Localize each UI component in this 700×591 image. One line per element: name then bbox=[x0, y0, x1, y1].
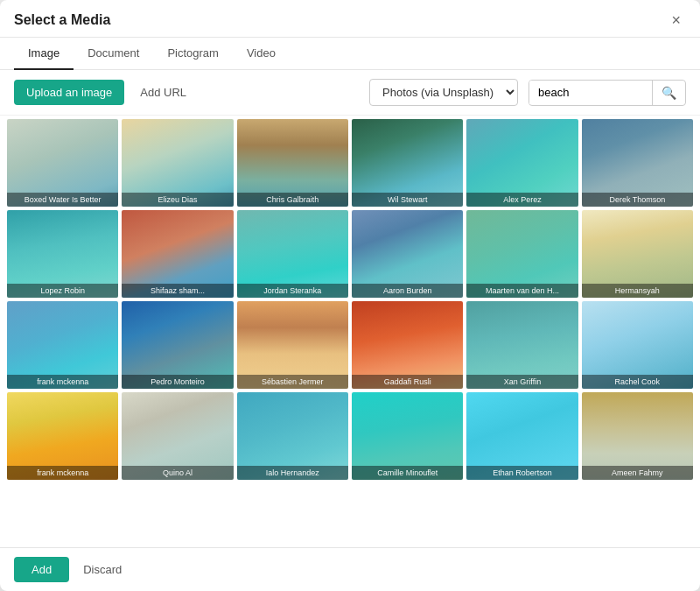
image-item[interactable]: Xan Griffin bbox=[466, 301, 578, 389]
image-item[interactable]: Alex Perez bbox=[466, 119, 578, 207]
tab-pictogram[interactable]: Pictogram bbox=[153, 38, 233, 70]
image-item[interactable]: Shifaaz sham... bbox=[122, 210, 233, 298]
image-item[interactable]: Quino Al bbox=[122, 392, 233, 480]
image-item[interactable]: Rachel Cook bbox=[582, 301, 693, 389]
image-item[interactable]: Derek Thomson bbox=[582, 119, 693, 207]
image-item[interactable]: Maarten van den H... bbox=[466, 210, 578, 298]
image-grid-area: Boxed Water Is BetterElizeu DiasChris Ga… bbox=[0, 116, 700, 547]
image-item[interactable]: Chris Galbraith bbox=[237, 119, 348, 207]
image-item[interactable]: Lopez Robin bbox=[7, 210, 118, 298]
add-url-button[interactable]: Add URL bbox=[135, 80, 192, 105]
image-item[interactable]: Pedro Monteiro bbox=[122, 301, 233, 389]
search-button[interactable]: 🔍 bbox=[652, 81, 685, 105]
close-button[interactable]: × bbox=[666, 11, 686, 30]
modal-title: Select a Media bbox=[14, 12, 110, 28]
modal-footer: Add Discard bbox=[0, 547, 700, 591]
upload-image-button[interactable]: Upload an image bbox=[14, 80, 124, 105]
image-item[interactable]: Wil Stewart bbox=[352, 119, 463, 207]
search-box: 🔍 bbox=[528, 80, 686, 106]
image-item[interactable]: frank mckenna bbox=[7, 392, 118, 480]
image-item[interactable]: Jordan Steranka bbox=[237, 210, 348, 298]
source-select[interactable]: Photos (via Unsplash) My Files bbox=[369, 79, 518, 106]
tab-video[interactable]: Video bbox=[233, 38, 290, 70]
image-item[interactable]: Elizeu Dias bbox=[122, 119, 233, 207]
tab-document[interactable]: Document bbox=[74, 38, 153, 70]
toolbar: Upload an image Add URL Photos (via Unsp… bbox=[0, 70, 700, 116]
image-item[interactable]: Gaddafi Rusli bbox=[352, 301, 463, 389]
image-item[interactable]: Aaron Burden bbox=[352, 210, 463, 298]
discard-button[interactable]: Discard bbox=[78, 557, 127, 582]
image-item[interactable]: Sébastien Jermer bbox=[237, 301, 348, 389]
image-item[interactable]: frank mckenna bbox=[7, 301, 118, 389]
tab-bar: Image Document Pictogram Video bbox=[0, 38, 700, 70]
image-item[interactable]: Ethan Robertson bbox=[466, 392, 578, 480]
modal-header: Select a Media × bbox=[0, 0, 700, 38]
image-item[interactable]: Hermansyah bbox=[582, 210, 693, 298]
image-grid: Boxed Water Is BetterElizeu DiasChris Ga… bbox=[7, 119, 693, 480]
image-item[interactable]: Ialo Hernandez bbox=[237, 392, 348, 480]
image-item[interactable]: Ameen Fahmy bbox=[582, 392, 693, 480]
add-button[interactable]: Add bbox=[14, 557, 69, 582]
image-item[interactable]: Boxed Water Is Better bbox=[7, 119, 118, 207]
select-media-modal: Select a Media × Image Document Pictogra… bbox=[0, 0, 700, 591]
tab-image[interactable]: Image bbox=[14, 38, 74, 70]
image-item[interactable]: Camille Minouflet bbox=[352, 392, 463, 480]
search-input[interactable] bbox=[529, 81, 652, 104]
